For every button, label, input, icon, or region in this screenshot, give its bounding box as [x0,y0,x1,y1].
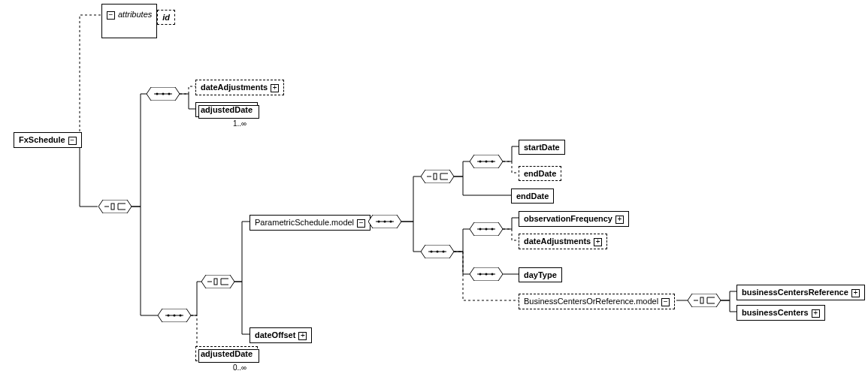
svg-marker-16 [201,275,234,288]
node-daytype: dayType [519,267,562,282]
cardinality: 0..∞ [233,363,246,372]
cardinality: 1..∞ [233,119,246,128]
svg-point-52 [491,273,494,276]
svg-point-46 [485,228,488,231]
node-parametric-model[interactable]: ParametricSchedule.model [250,215,370,231]
expand-icon[interactable] [615,216,624,224]
svg-point-10 [168,93,171,95]
attributes-box: attributes id [101,4,157,38]
node-dateadjustments[interactable]: dateAdjustments [195,80,284,95]
label: observationFrequency [524,214,612,223]
svg-point-13 [168,315,170,317]
label: BusinessCentersOrReference.model [524,297,658,306]
svg-point-50 [479,273,482,276]
expand-icon[interactable] [298,332,307,340]
svg-point-41 [437,251,439,253]
svg-point-15 [180,315,182,317]
svg-point-26 [390,221,392,223]
label: dayType [524,270,557,279]
label: adjustedDate [201,105,253,114]
node-adjusteddate: adjustedDate [195,102,258,117]
sequence-right [421,245,454,258]
svg-point-42 [443,251,445,253]
svg-rect-2 [111,204,114,210]
svg-point-51 [485,273,488,276]
node-bc[interactable]: businessCenters [736,305,825,321]
node-observationfrequency[interactable]: observationFrequency [519,211,629,227]
svg-marker-0 [98,200,132,213]
svg-point-37 [491,161,494,163]
choice-lower [201,275,234,288]
svg-marker-27 [421,170,454,183]
svg-point-14 [174,315,176,317]
label: endDate [516,192,549,201]
svg-rect-55 [700,297,703,303]
choice-dates [421,170,454,183]
node-enddate-opt: endDate [519,166,561,181]
node-enddate: endDate [511,188,554,204]
collapse-icon[interactable] [68,137,77,145]
svg-point-35 [479,161,482,163]
label: dateAdjustments [201,83,268,92]
label: attributes [118,10,152,19]
svg-point-36 [485,161,488,163]
label: businessCenters [742,308,809,317]
label: adjustedDate [201,349,253,358]
svg-point-25 [384,221,386,223]
sequence-daytype [470,267,503,281]
label: id [162,13,170,22]
sequence-startgroup [470,155,503,168]
label: dateOffset [255,330,295,339]
svg-rect-18 [214,279,217,285]
node-bizcenters-model[interactable]: BusinessCentersOrReference.model [519,294,675,309]
choice-main [98,200,132,213]
svg-point-45 [479,228,482,231]
node-fxschedule[interactable]: FxSchedule [14,132,82,148]
svg-point-47 [491,228,494,231]
collapse-icon[interactable] [107,11,115,20]
attr-id: id [157,10,175,25]
svg-rect-29 [434,173,437,179]
label: dateAdjustments [524,237,591,246]
expand-icon[interactable] [594,238,602,246]
svg-marker-53 [688,294,721,307]
node-bcref[interactable]: businessCentersReference [736,285,865,300]
node-startdate: startDate [519,140,565,155]
expand-icon[interactable] [851,289,860,297]
label: ParametricSchedule.model [255,218,354,227]
expand-icon[interactable] [812,309,820,318]
svg-point-9 [162,93,165,95]
collapse-icon[interactable] [357,219,365,228]
label: FxSchedule [19,135,65,144]
label: businessCentersReference [742,288,848,297]
svg-point-8 [156,93,159,95]
collapse-icon[interactable] [661,298,670,306]
sequence-parametric [368,215,401,228]
svg-point-40 [431,251,433,253]
sequence-lower [158,309,191,322]
expand-icon[interactable] [271,84,279,92]
sequence-top [147,87,180,101]
choice-bizcenters [688,294,721,307]
sequence-obsgroup [470,222,503,236]
label: startDate [524,143,560,152]
node-adjusteddate-2: adjustedDate [195,346,258,361]
svg-point-24 [378,221,380,223]
node-dateadjustments-2[interactable]: dateAdjustments [519,234,607,249]
label: endDate [524,169,556,178]
node-dateoffset[interactable]: dateOffset [250,327,312,343]
